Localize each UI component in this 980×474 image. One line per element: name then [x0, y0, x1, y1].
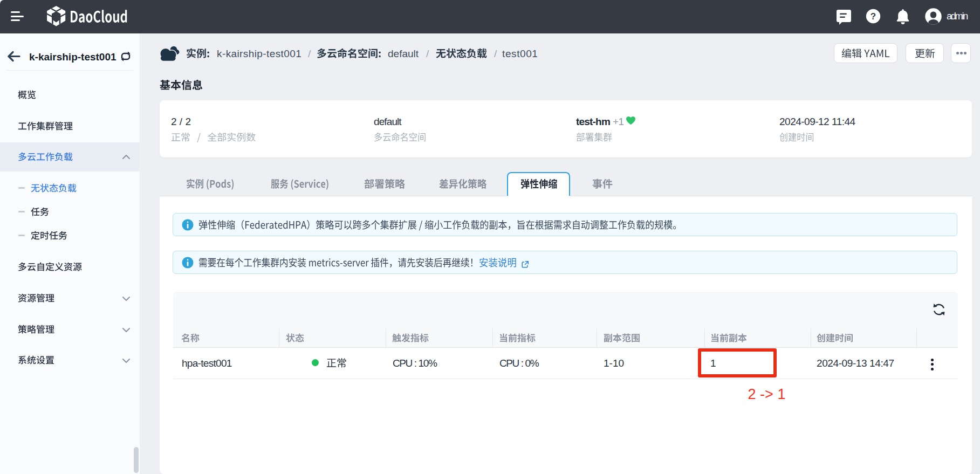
svg-text:?: ? [871, 11, 876, 22]
